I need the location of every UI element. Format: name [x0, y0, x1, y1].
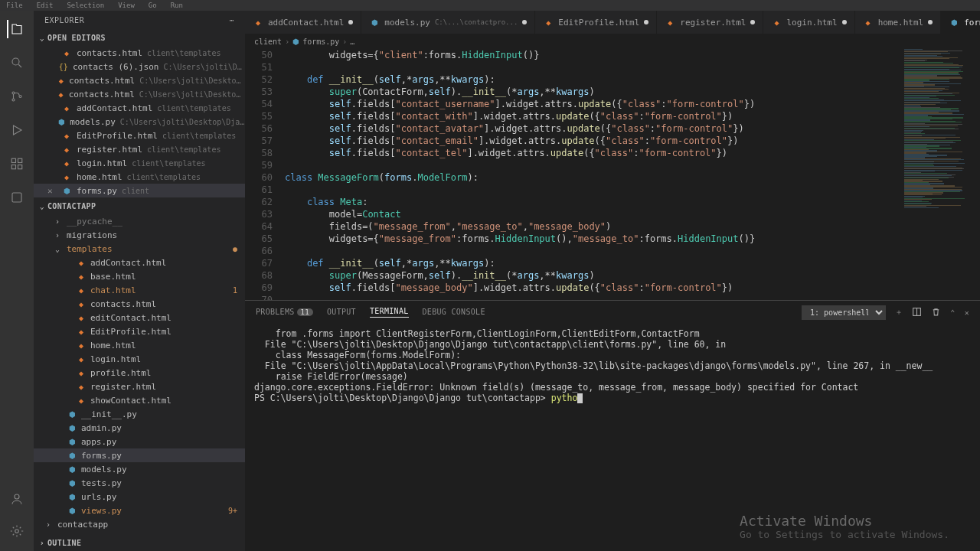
tree-item-label: editContact.html [90, 313, 172, 323]
menu-selection[interactable]: Selection [67, 2, 104, 9]
tree-item[interactable]: ⬢apps.py [34, 435, 245, 448]
tree-item[interactable]: ◆addContact.html [34, 256, 245, 269]
tree-item[interactable]: ◆editContact.html [34, 311, 245, 324]
account-icon[interactable] [8, 490, 26, 508]
problems-tab[interactable]: PROBLEMS11 [256, 308, 313, 318]
open-editor-item[interactable]: ⬢models.pyC:\Users\jolti\Desktop\Django\… [34, 115, 245, 129]
open-editor-item[interactable]: ◆contacts.htmlC:\Users\jolti\Desktop\Dja… [34, 87, 245, 101]
open-editor-item[interactable]: {}contacts (6).jsonC:\Users\jolti\Downlo… [34, 60, 245, 73]
open-editor-item[interactable]: ◆contacts.htmlclient\templates [34, 46, 245, 60]
file-icon: ⬢ [58, 116, 65, 127]
open-editor-item[interactable]: ◆addContact.htmlclient\templates [34, 101, 245, 115]
output-tab[interactable]: OUTPUT [327, 308, 356, 318]
explorer-title: EXPLORER ⋯ [34, 11, 245, 29]
menu-go[interactable]: Go [149, 2, 157, 9]
open-editor-item[interactable]: ◆login.htmlclient\templates [34, 156, 245, 170]
maximize-panel-icon[interactable]: ⌃ [950, 308, 955, 317]
tree-item-label: forms.py [81, 451, 122, 461]
search-icon[interactable] [8, 54, 26, 72]
code-editor[interactable]: 5051525354555657585960616263646566676869… [245, 49, 980, 300]
outline-section[interactable]: ›OUTLINE [34, 534, 245, 551]
file-path: client\templates [147, 49, 220, 57]
breadcrumb[interactable]: client› ⬢forms.py› … [245, 34, 980, 49]
tree-item[interactable]: ◆EditProfile.html [34, 324, 245, 338]
tree-item[interactable]: ◆base.html [34, 269, 245, 283]
tree-item[interactable]: ⬢tests.py [34, 476, 245, 490]
tree-item-label: showContact.html [90, 396, 172, 406]
editor-tab[interactable]: ◆addContact.html [245, 11, 361, 34]
file-icon: ⬢ [67, 450, 77, 461]
editor-tab[interactable]: ◆home.html [855, 11, 942, 34]
close-panel-icon[interactable]: ✕ [965, 308, 969, 317]
tree-item-label: addContact.html [90, 258, 166, 268]
source-control-icon[interactable] [8, 87, 26, 106]
file-path: C:\Users\jolti\Downloads [163, 63, 245, 71]
terminal-tab[interactable]: TERMINAL [370, 307, 409, 318]
debug-console-tab[interactable]: DEBUG CONSOLE [423, 308, 485, 318]
more-icon[interactable]: ⋯ [229, 16, 234, 24]
file-icon: ⬢ [67, 422, 77, 433]
close-icon[interactable]: ✕ [47, 186, 57, 196]
split-terminal-icon[interactable] [912, 307, 922, 318]
tree-item[interactable]: ◆profile.html [34, 366, 245, 380]
open-editors-section[interactable]: ⌄OPEN EDITORS [34, 29, 245, 46]
file-path: C:\Users\jolti\Desktop\Django\Proje... [139, 90, 245, 99]
menu-bar[interactable]: File Edit Selection View Go Run [0, 0, 980, 11]
tree-item[interactable]: ›__pycache__ [34, 214, 245, 228]
editor-tab[interactable]: ◆login.html [763, 11, 854, 34]
run-debug-icon[interactable] [8, 121, 26, 139]
tree-item[interactable]: ⬢models.py [34, 462, 245, 476]
open-editor-item[interactable]: ◆register.htmlclient\templates [34, 142, 245, 156]
file-name: home.html [77, 172, 122, 182]
file-path: client [122, 187, 149, 195]
tree-item[interactable]: ◆home.html [34, 338, 245, 352]
tree-item[interactable]: ⬢admin.py [34, 421, 245, 435]
minimap[interactable] [900, 49, 980, 300]
tree-item[interactable]: ›contactapp [34, 517, 245, 531]
editor-tab[interactable]: ⬢models.pyC:\...\contactpro... [361, 11, 535, 34]
menu-edit[interactable]: Edit [37, 2, 54, 9]
tree-item[interactable]: ⌄templates● [34, 242, 245, 256]
svg-rect-5 [18, 158, 22, 162]
editor-tab[interactable]: ◆EditProfile.html [535, 11, 657, 34]
tab-label: models.py [384, 18, 430, 28]
tree-item[interactable]: ⬢views.py9+ [34, 504, 245, 517]
tree-item[interactable]: ◆showContact.html [34, 393, 245, 407]
settings-gear-icon[interactable] [8, 522, 26, 540]
file-icon: ◆ [76, 257, 87, 268]
explorer-icon[interactable] [7, 20, 25, 38]
file-path: client\templates [132, 159, 205, 168]
file-name: contacts.html [69, 76, 135, 86]
tree-item[interactable]: ⬢forms.py [34, 448, 245, 462]
tab-label: forms.py [964, 18, 980, 28]
file-icon: ⬢ [369, 17, 380, 28]
test-icon[interactable] [8, 188, 26, 207]
open-editor-item[interactable]: ✕⬢forms.pyclient [34, 184, 245, 197]
menu-view[interactable]: View [118, 2, 135, 9]
file-icon: ⬢ [67, 505, 77, 516]
tree-item[interactable]: ⬢__init__.py [34, 407, 245, 421]
tree-item[interactable]: ⬢urls.py [34, 490, 245, 504]
extensions-icon[interactable] [8, 155, 26, 173]
tree-item[interactable]: ›migrations [34, 228, 245, 242]
menu-file[interactable]: File [6, 2, 23, 9]
open-editor-item[interactable]: ◆contacts.htmlC:\Users\jolti\Desktop\Htm… [34, 73, 245, 87]
tree-item[interactable]: ◆login.html [34, 352, 245, 366]
kill-terminal-icon[interactable] [931, 307, 941, 318]
tree-item[interactable]: ◆register.html [34, 380, 245, 393]
editor-tab[interactable]: ◆register.html [657, 11, 763, 34]
open-editor-item[interactable]: ◆home.htmlclient\templates [34, 170, 245, 184]
svg-point-0 [12, 58, 19, 65]
file-icon: ◆ [76, 367, 87, 378]
menu-run[interactable]: Run [171, 2, 183, 9]
new-terminal-icon[interactable]: ＋ [895, 307, 903, 318]
tree-item[interactable]: ◆contacts.html [34, 297, 245, 311]
tree-item-label: apps.py [81, 437, 116, 447]
tree-item[interactable]: ◆chat.html1 [34, 283, 245, 297]
project-section[interactable]: ⌄CONTACTAPP [34, 197, 245, 214]
terminal-body[interactable]: from .forms import ClientRegisterForm,Cl… [245, 324, 980, 408]
tree-item-label: migrations [67, 230, 117, 240]
open-editor-item[interactable]: ◆EditProfile.htmlclient\templates [34, 129, 245, 142]
terminal-shell-select[interactable]: 1: powershell [802, 305, 886, 320]
editor-tab[interactable]: ⬢forms.pyclient✕ [941, 11, 980, 34]
